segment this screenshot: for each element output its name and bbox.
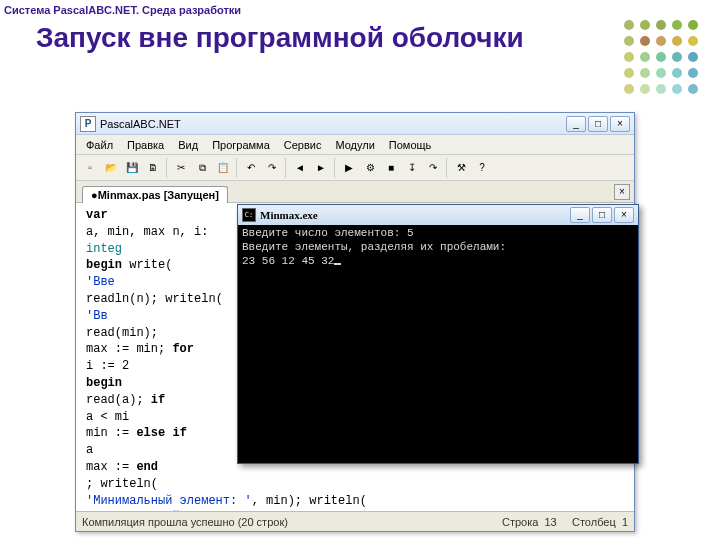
dot — [672, 68, 682, 78]
dot — [656, 20, 666, 30]
dot — [656, 68, 666, 78]
stepover-icon[interactable]: ↷ — [423, 158, 443, 178]
menu-сервис[interactable]: Сервис — [278, 137, 328, 153]
console-output[interactable]: Введите число элементов: 5 Введите элеме… — [238, 225, 638, 463]
paste-icon[interactable]: 📋 — [213, 158, 233, 178]
help-icon[interactable]: ? — [472, 158, 492, 178]
menu-модули[interactable]: Модули — [329, 137, 380, 153]
dot — [656, 52, 666, 62]
saveall-icon[interactable]: 🗎 — [143, 158, 163, 178]
run-icon[interactable]: ▶ — [339, 158, 359, 178]
save-icon[interactable]: 💾 — [122, 158, 142, 178]
dot — [672, 36, 682, 46]
app-icon: P — [80, 116, 96, 132]
menu-правка[interactable]: Правка — [121, 137, 170, 153]
dot — [640, 20, 650, 30]
dot — [656, 36, 666, 46]
ide-title: PascalABC.NET — [100, 118, 566, 130]
console-titlebar[interactable]: Minmax.exe _ □ × — [238, 205, 638, 225]
dot — [640, 68, 650, 78]
dot — [624, 36, 634, 46]
dot — [672, 20, 682, 30]
dot — [624, 52, 634, 62]
console-minimize-button[interactable]: _ — [570, 207, 590, 223]
dot — [640, 36, 650, 46]
ide-menubar: ФайлПравкаВидПрограммаСервисМодулиПомощь — [76, 135, 634, 155]
tab-close-button[interactable]: × — [614, 184, 630, 200]
dot — [624, 20, 634, 30]
nav-back-icon[interactable]: ◄ — [290, 158, 310, 178]
status-bar: Компиляция прошла успешно (20 строк) Стр… — [76, 511, 634, 531]
close-button[interactable]: × — [610, 116, 630, 132]
dot — [672, 52, 682, 62]
stop-icon[interactable]: ■ — [381, 158, 401, 178]
dot — [688, 68, 698, 78]
redo-icon[interactable]: ↷ — [262, 158, 282, 178]
tab-label: Minmax.pas [Запущен] — [98, 189, 219, 201]
nav-fwd-icon[interactable]: ► — [311, 158, 331, 178]
stepinto-icon[interactable]: ↧ — [402, 158, 422, 178]
minimize-button[interactable]: _ — [566, 116, 586, 132]
compile-icon[interactable]: ⚙ — [360, 158, 380, 178]
options-icon[interactable]: ⚒ — [451, 158, 471, 178]
breadcrumb: Система PascalABC.NET. Среда разработки — [4, 4, 241, 16]
dot — [640, 84, 650, 94]
console-maximize-button[interactable]: □ — [592, 207, 612, 223]
dot — [672, 84, 682, 94]
ide-toolbar: ▫📂💾🗎✂⧉📋↶↷◄►▶⚙■↧↷⚒? — [76, 155, 634, 181]
dot — [624, 84, 634, 94]
tab-strip: ●Minmax.pas [Запущен] × — [76, 181, 634, 203]
console-window: Minmax.exe _ □ × Введите число элементов… — [237, 204, 639, 464]
dot — [688, 36, 698, 46]
menu-файл[interactable]: Файл — [80, 137, 119, 153]
ide-titlebar[interactable]: P PascalABC.NET _ □ × — [76, 113, 634, 135]
console-title: Minmax.exe — [260, 209, 570, 221]
menu-помощь[interactable]: Помощь — [383, 137, 438, 153]
console-icon — [242, 208, 256, 222]
dot — [688, 20, 698, 30]
maximize-button[interactable]: □ — [588, 116, 608, 132]
decorative-dots — [624, 20, 700, 96]
cursor-position: Строка 13 Столбец 1 — [502, 516, 628, 528]
compile-status: Компиляция прошла успешно (20 строк) — [82, 516, 288, 528]
new-icon[interactable]: ▫ — [80, 158, 100, 178]
copy-icon[interactable]: ⧉ — [192, 158, 212, 178]
dot — [624, 68, 634, 78]
undo-icon[interactable]: ↶ — [241, 158, 261, 178]
dot — [688, 52, 698, 62]
slide-title: Запуск вне программной оболочки — [36, 22, 524, 54]
dot — [656, 84, 666, 94]
modified-indicator: ● — [91, 189, 98, 201]
dot — [640, 52, 650, 62]
open-icon[interactable]: 📂 — [101, 158, 121, 178]
editor-tab[interactable]: ●Minmax.pas [Запущен] — [82, 186, 228, 203]
dot — [688, 84, 698, 94]
cut-icon[interactable]: ✂ — [171, 158, 191, 178]
menu-программа[interactable]: Программа — [206, 137, 276, 153]
menu-вид[interactable]: Вид — [172, 137, 204, 153]
console-close-button[interactable]: × — [614, 207, 634, 223]
